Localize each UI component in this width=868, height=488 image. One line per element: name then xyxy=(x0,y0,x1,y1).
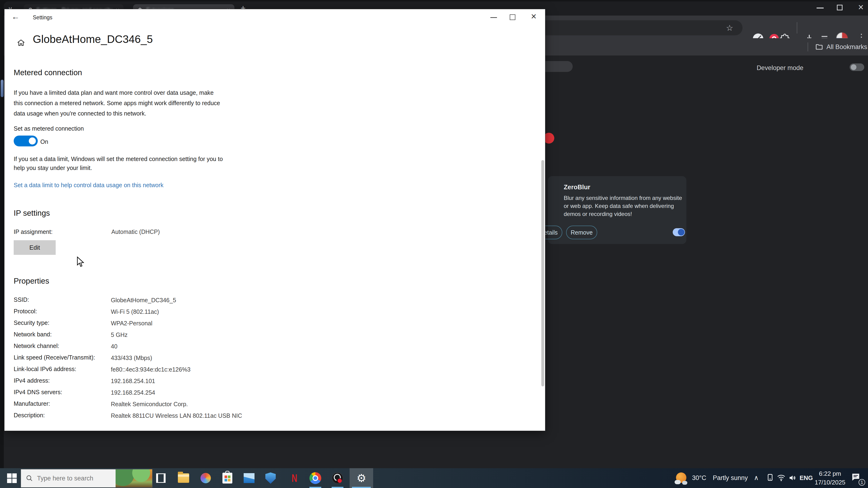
weather-icon xyxy=(675,472,687,484)
developer-mode-toggle[interactable] xyxy=(849,63,864,71)
properties-heading: Properties xyxy=(14,276,49,286)
extension-enabled-toggle[interactable] xyxy=(673,228,685,236)
chrome-minimize-button[interactable] xyxy=(816,7,824,8)
tray-chevron-icon[interactable]: ∧ xyxy=(754,474,759,482)
toolbar-divider xyxy=(797,22,797,33)
search-input[interactable] xyxy=(36,475,107,482)
bookmark-star-icon[interactable]: ☆ xyxy=(726,23,733,33)
shield-icon xyxy=(266,473,276,484)
extension-card-zeroblur: ZeroBlur Blur any sensitive information … xyxy=(548,176,686,244)
property-value: 5 GHz xyxy=(111,331,243,338)
settings-minimize-button[interactable] xyxy=(490,17,497,18)
metered-toggle[interactable] xyxy=(14,135,38,147)
language-indicator[interactable]: ENG xyxy=(800,474,813,482)
property-label: Network band: xyxy=(14,331,111,338)
tray-time: 6:22 pm xyxy=(813,470,847,478)
folder-icon xyxy=(815,43,823,51)
scrollbar-thumb[interactable] xyxy=(541,160,544,386)
property-label: Link speed (Receive/Transmit): xyxy=(14,354,111,361)
all-bookmarks-label[interactable]: All Bookmarks xyxy=(827,43,867,51)
property-label: Description: xyxy=(14,412,111,419)
taskbar-search[interactable] xyxy=(21,469,152,488)
property-value: 40 xyxy=(111,343,243,350)
metered-connection-heading: Metered connection xyxy=(14,68,82,77)
settings-gear-icon: ⚙ xyxy=(356,472,366,484)
weather-temperature[interactable]: 30°C xyxy=(692,474,706,482)
page-title: GlobeAtHome_DC346_5 xyxy=(33,33,153,45)
volume-icon[interactable] xyxy=(788,474,796,482)
settings-taskbar-button[interactable]: ⚙ xyxy=(349,468,373,488)
property-label: Security type: xyxy=(14,319,111,326)
screen: ∨ ⚙ Settings - Privacy and security × Ex… xyxy=(0,0,868,488)
tray-device-icon[interactable] xyxy=(766,474,774,481)
property-value: Realtek 8811CU Wireless LAN 802.11ac USB… xyxy=(111,412,243,419)
notification-center-button[interactable]: 1 xyxy=(850,472,864,485)
property-row: IPv4 DNS servers: 192.168.254.254 xyxy=(14,389,368,400)
ip-assignment-label: IP assignment: xyxy=(14,228,53,235)
settings-window: ← Settings × GlobeAtHome_DC346_5 Metered… xyxy=(4,9,545,431)
chrome-close-button[interactable]: × xyxy=(858,2,864,12)
toggle-knob xyxy=(678,229,684,235)
task-view-icon xyxy=(156,474,165,483)
file-explorer-button[interactable] xyxy=(177,472,191,484)
properties-list: SSID: GlobeAtHome_DC346_5 Protocol: Wi-F… xyxy=(14,296,368,419)
active-indicator-settings xyxy=(352,487,371,488)
property-label: IPv4 DNS servers: xyxy=(14,389,111,396)
tray-date: 17/10/2025 xyxy=(813,479,847,486)
search-daily-image[interactable] xyxy=(116,469,152,487)
window-title: Settings xyxy=(33,14,52,21)
data-limit-link[interactable]: Set a data limit to help control data us… xyxy=(14,182,163,189)
property-value: GlobeAtHome_DC346_5 xyxy=(111,296,243,304)
chrome-taskbar-button[interactable] xyxy=(308,471,323,485)
task-view-button[interactable] xyxy=(154,473,168,484)
home-icon xyxy=(16,38,26,47)
edit-button[interactable]: Edit xyxy=(14,240,56,255)
extension-title: ZeroBlur xyxy=(564,184,590,191)
property-value: 192.168.254.101 xyxy=(111,377,243,385)
metered-description: If you have a limited data plan and want… xyxy=(14,88,224,119)
property-label: Protocol: xyxy=(14,308,111,315)
chrome-icon xyxy=(309,472,321,484)
property-value: Wi-Fi 5 (802.11ac) xyxy=(111,308,243,316)
property-row: Network channel: 40 xyxy=(14,343,368,354)
weather-condition[interactable]: Partly sunny xyxy=(713,474,748,482)
ip-assignment-value: Automatic (DHCP) xyxy=(111,228,160,235)
metered-toggle-state: On xyxy=(40,138,48,145)
wifi-icon[interactable] xyxy=(777,474,785,482)
address-bar[interactable] xyxy=(518,20,743,35)
desktop-fragment xyxy=(1,80,3,97)
settings-close-button[interactable]: × xyxy=(531,11,536,22)
store-button[interactable] xyxy=(220,471,235,485)
taskbar: N ⚙ 30°C Pa xyxy=(0,468,868,488)
netflix-button[interactable]: N xyxy=(288,471,301,485)
remove-button[interactable]: Remove xyxy=(566,226,597,239)
property-row: Network band: 5 GHz xyxy=(14,331,368,343)
copilot-button[interactable] xyxy=(198,473,213,484)
back-button[interactable]: ← xyxy=(11,12,20,21)
chrome-maximize-button[interactable] xyxy=(837,5,842,10)
obs-taskbar-button[interactable] xyxy=(330,471,345,485)
weather-widget[interactable] xyxy=(674,470,689,486)
property-row: Description: Realtek 8811CU Wireless LAN… xyxy=(14,412,368,419)
clock-widget[interactable]: 6:22 pm 17/10/2025 xyxy=(813,470,847,486)
active-indicator-chrome xyxy=(309,487,321,488)
store-icon xyxy=(222,473,232,484)
property-label: Manufacturer: xyxy=(14,400,111,407)
mail-button[interactable] xyxy=(242,473,256,484)
settings-maximize-button[interactable] xyxy=(510,14,516,20)
security-button[interactable] xyxy=(263,472,278,484)
property-value: WPA2-Personal xyxy=(111,319,243,327)
bookmarks-divider xyxy=(808,42,808,52)
property-row: Security type: WPA2-Personal xyxy=(14,319,368,331)
property-row: Link-local IPv6 address: fe80::4ec3:934e… xyxy=(14,366,368,377)
toggle-knob xyxy=(29,137,36,144)
search-icon xyxy=(26,475,33,482)
property-value: Realtek Semiconductor Corp. xyxy=(111,400,243,408)
property-label: SSID: xyxy=(14,296,111,303)
copilot-icon xyxy=(200,473,211,483)
notification-badge: 1 xyxy=(859,479,865,486)
folder-icon xyxy=(178,474,189,483)
extensions-search-box[interactable] xyxy=(545,61,573,72)
metered-toggle-label: Set as metered connection xyxy=(14,125,84,132)
start-button[interactable] xyxy=(4,468,19,488)
